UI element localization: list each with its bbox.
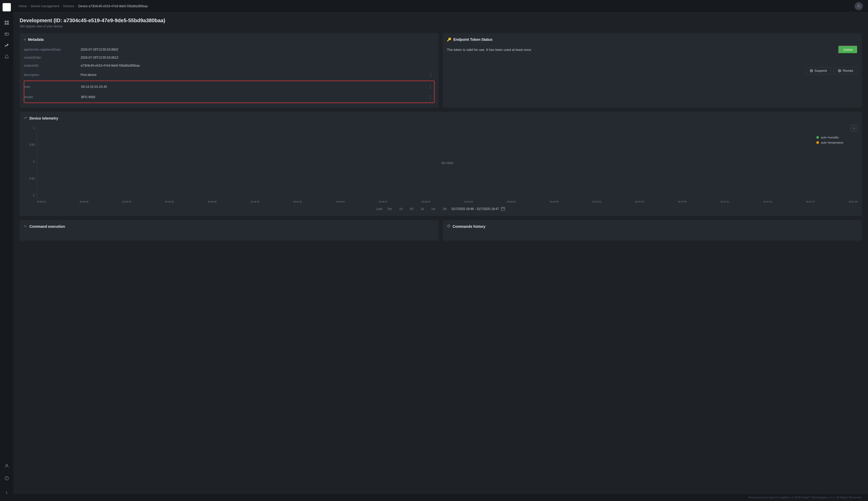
metadata-header: ≡ Metadata: [24, 38, 435, 42]
x-label-14: 18:47:05: [635, 200, 644, 203]
metadata-actions-mac[interactable]: ⋮: [427, 84, 434, 89]
content-area: Development (ID: a7304c45-e519-47e9-9de5…: [13, 12, 868, 493]
svg-rect-7: [7, 23, 9, 25]
x-label-2: 18:46:29: [122, 200, 131, 203]
legend-toggle-button[interactable]: ›: [850, 125, 858, 132]
breadcrumb-devices[interactable]: Devices: [63, 4, 74, 8]
token-actions: Suspend Revoke: [447, 67, 858, 74]
telemetry-title: Device telemetry: [30, 116, 58, 120]
metadata-value-appversion: 2020-07-29T13:55:53.860Z: [81, 48, 435, 51]
x-label-7: 18:46:44: [336, 200, 345, 203]
token-status-description: The token is valid for use. It has been …: [447, 48, 532, 52]
x-label-17: 18:47:14: [763, 200, 772, 203]
telemetry-chart-area: 1 0.50 0 -0.50 -1: [24, 125, 858, 203]
metadata-value-mac: 00-14-22-01-23-45: [81, 85, 427, 88]
calendar-icon[interactable]: [501, 206, 505, 212]
y-label-neg050: -0.50: [24, 177, 35, 180]
svg-rect-5: [7, 21, 9, 22]
sidebar: ?: [0, 0, 13, 501]
x-label-4: 18:46:35: [208, 200, 217, 203]
x-label-13: 18:47:02: [592, 200, 601, 203]
svg-point-19: [810, 70, 813, 72]
y-label-neg1: -1: [24, 194, 35, 197]
commands-history-header: Commands history: [447, 224, 858, 228]
legend-temperature: auto~temperature: [816, 140, 858, 145]
top-two-col: ≡ Metadata appVersion.registeredDate: 20…: [20, 33, 862, 108]
x-label-5: 18:46:38: [250, 200, 260, 203]
time-1h[interactable]: 1h: [396, 206, 405, 212]
x-label-19: 18:47:20: [849, 200, 858, 203]
command-execution-header: Command execution: [24, 224, 435, 228]
topbar: Home › Device management › Devices › Dev…: [13, 0, 868, 12]
metadata-row-model: model: BFG 9000 ⋮: [24, 92, 434, 102]
devices-nav-icon[interactable]: [2, 29, 12, 39]
time-1m[interactable]: 1M: [440, 206, 449, 212]
metadata-row-description: description: First device ⋮: [24, 70, 435, 80]
time-6h[interactable]: 6h: [407, 206, 416, 212]
time-5m[interactable]: 5m: [385, 206, 395, 212]
metadata-highlighted-section: mac: 00-14-22-01-23-45 ⋮ model: BFG 9000…: [24, 81, 435, 103]
y-label-0: 0: [24, 160, 35, 163]
svg-rect-6: [5, 23, 7, 25]
metadata-key-createddate: createdDate:: [24, 56, 81, 60]
token-status-card: 🔑 Endpoint Token Status The token is val…: [443, 33, 862, 108]
time-1w[interactable]: 1w: [428, 206, 438, 212]
token-icon: 🔑: [447, 38, 451, 42]
metadata-card: ≡ Metadata appVersion.registeredDate: 20…: [20, 33, 439, 108]
analytics-icon[interactable]: [2, 40, 12, 51]
svg-rect-4: [5, 21, 7, 22]
dashboard-icon[interactable]: [2, 18, 12, 28]
command-execution-card: Command execution: [20, 220, 439, 241]
grid-line-2: [37, 145, 858, 145]
telemetry-icon: [24, 116, 28, 120]
metadata-actions-model[interactable]: ⋮: [427, 94, 434, 100]
breadcrumb: Home › Device management › Devices › Dev…: [19, 4, 148, 8]
svg-rect-0: [4, 5, 6, 7]
user-nav-icon[interactable]: [2, 461, 12, 471]
metadata-title: Metadata: [28, 38, 44, 42]
x-label-1: 18:46:26: [79, 200, 88, 203]
footer: Powered by the Kaa IoT platform, © 2020 …: [13, 493, 868, 501]
x-label-12: 18:46:59: [550, 200, 559, 203]
metadata-icon: ≡: [24, 38, 26, 42]
x-label-10: 18:46:53: [464, 200, 473, 203]
svg-point-15: [6, 464, 8, 466]
sidebar-collapse-button[interactable]: [2, 488, 12, 498]
metadata-value-createddate: 2020-07-29T13:55:53.861Z: [81, 56, 435, 60]
breadcrumb-sep-2: ›: [61, 5, 62, 8]
legend-humidity-dot: [816, 136, 819, 139]
metadata-row-appversion: appVersion.registeredDate: 2020-07-29T13…: [24, 46, 435, 54]
metadata-key-endpointid: endpointId:: [24, 64, 81, 67]
metadata-actions-description[interactable]: ⋮: [427, 72, 435, 78]
metadata-value-model: BFG 9000: [81, 95, 427, 99]
x-label-3: 18:46:32: [165, 200, 174, 203]
svg-rect-1: [7, 5, 9, 7]
footer-text: Powered by the Kaa IoT platform, © 2020 …: [748, 496, 862, 499]
suspend-button[interactable]: Suspend: [805, 67, 831, 74]
history-icon: [447, 224, 451, 228]
breadcrumb-home[interactable]: Home: [19, 4, 27, 8]
time-range-display: 31/7/2020 18:46 - 31/7/2020 18:47: [451, 207, 499, 211]
metadata-row-mac: mac: 00-14-22-01-23-45 ⋮: [24, 82, 434, 92]
bell-nav-icon[interactable]: [2, 52, 12, 62]
user-avatar[interactable]: [855, 2, 863, 10]
svg-rect-25: [501, 207, 505, 211]
x-label-18: 18:47:17: [806, 200, 815, 203]
time-1d[interactable]: 1d: [418, 206, 426, 212]
command-icon: [24, 224, 28, 228]
bottom-cards: Command execution Commands history: [20, 220, 862, 241]
commands-history-title: Commands history: [453, 224, 485, 228]
help-nav-icon[interactable]: ?: [2, 473, 12, 483]
metadata-key-model: model:: [24, 95, 81, 99]
breadcrumb-device-management[interactable]: Device management: [31, 4, 59, 8]
breadcrumb-sep-1: ›: [29, 5, 29, 8]
legend-temperature-label: auto~temperature: [821, 141, 844, 144]
revoke-button[interactable]: Revoke: [834, 67, 858, 74]
x-label-9: 18:46:50: [421, 200, 430, 203]
x-label-11: 18:46:56: [507, 200, 516, 203]
page-subtitle: 360 degree view of your device: [20, 24, 862, 28]
chart-x-axis: 18:46:23 18:46:26 18:46:29 18:46:32 18:4…: [37, 199, 858, 203]
command-execution-title: Command execution: [30, 224, 65, 228]
logo[interactable]: [3, 3, 11, 11]
svg-point-18: [858, 5, 859, 6]
